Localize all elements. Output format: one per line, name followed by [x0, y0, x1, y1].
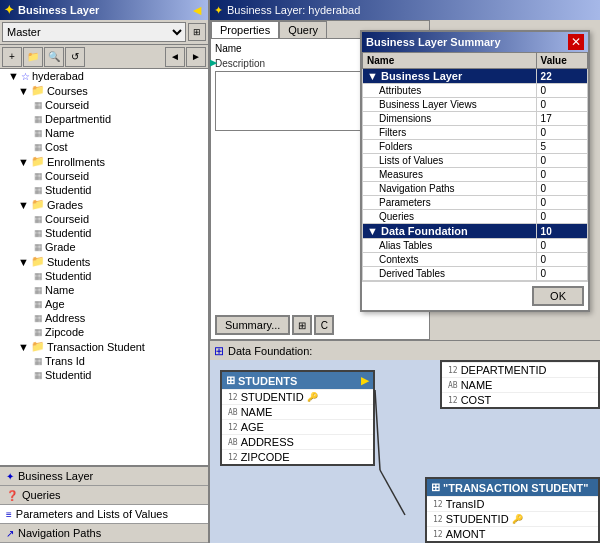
tree-item-courseid2[interactable]: ▦ Courseid	[0, 169, 208, 183]
row-attributes[interactable]: Attributes 0	[363, 84, 588, 98]
tree-item-grades[interactable]: ▼ 📁 Grades	[0, 197, 208, 212]
refresh-btn[interactable]: ↺	[65, 47, 85, 67]
nav-back-btn[interactable]: ◄	[165, 47, 185, 67]
ok-button[interactable]: OK	[532, 286, 584, 306]
dialog-close-button[interactable]: ✕	[568, 34, 584, 50]
tree-container: ▼ ☆ hyderabad ▼ 📁 Courses ▦ Courseid	[0, 69, 208, 465]
trans-student-header: ⊞ "TRANSACTION STUDENT"	[427, 479, 598, 496]
df-row-ab-name: AB NAME	[222, 404, 373, 419]
students-table-name: STUDENTS	[238, 375, 297, 387]
lov-value: 0	[536, 154, 587, 168]
name2-icon: ▦	[34, 285, 43, 295]
studentid-field: STUDENTID	[241, 391, 304, 403]
tree-item-transid[interactable]: ▦ Trans Id	[0, 354, 208, 368]
alias-tables-name: Alias Tables	[363, 239, 537, 253]
courses-folder-icon: 📁	[31, 84, 45, 97]
df-row-zipcode: 12 ZIPCODE	[222, 449, 373, 464]
df-row-trans-studentid: 12 STUDENTID 🔑	[427, 511, 598, 526]
tree-item-zipcode[interactable]: ▦ Zipcode	[0, 325, 208, 339]
tab-query[interactable]: Query	[279, 21, 327, 38]
transid-label: Trans Id	[45, 355, 85, 367]
transstudent-label: Transaction Student	[47, 341, 145, 353]
tab-properties[interactable]: Properties	[211, 21, 279, 38]
transid-field: TransID	[446, 498, 485, 510]
bl-section-label: Business Layer	[381, 70, 462, 82]
df-row-transid: 12 TransID	[427, 496, 598, 511]
tree-item-courses[interactable]: ▼ 📁 Courses	[0, 83, 208, 98]
studentid3-icon: ▦	[34, 271, 43, 281]
row-alias-tables[interactable]: Alias Tables 0	[363, 239, 588, 253]
measures-name: Measures	[363, 168, 537, 182]
row-derived-tables[interactable]: Derived Tables 0	[363, 267, 588, 281]
tree-item-cost[interactable]: ▦ Cost	[0, 140, 208, 154]
row-parameters[interactable]: Parameters 0	[363, 196, 588, 210]
content-area: Properties Query Name Description Summar…	[210, 20, 600, 543]
tree-item-transstudent[interactable]: ▼ 📁 Transaction Student	[0, 339, 208, 354]
courseid-icon: ▦	[34, 100, 43, 110]
tree-item-name[interactable]: ▦ Name	[0, 126, 208, 140]
tree-item-hyderabad[interactable]: ▼ ☆ hyderabad	[0, 69, 208, 83]
cost-field: COST	[461, 394, 492, 406]
folder-btn[interactable]: 📁	[23, 47, 43, 67]
add-btn[interactable]: +	[2, 47, 22, 67]
tree-item-courseid[interactable]: ▦ Courseid	[0, 98, 208, 112]
row-contexts[interactable]: Contexts 0	[363, 253, 588, 267]
tab-business-layer[interactable]: ✦ Business Layer	[0, 467, 208, 486]
tree-item-studentid2[interactable]: ▦ Studentid	[0, 226, 208, 240]
row-folders[interactable]: Folders 5	[363, 140, 588, 154]
row-queries[interactable]: Queries 0	[363, 210, 588, 224]
tab-parameters[interactable]: ≡ Parameters and Lists of Values	[0, 505, 208, 524]
tree-item-studentid4[interactable]: ▦ Studentid	[0, 368, 208, 382]
row-filters[interactable]: Filters 0	[363, 126, 588, 140]
tree-item-studentid[interactable]: ▦ Studentid	[0, 183, 208, 197]
summary-table: Name Value ▼ Business Layer 22 Attribute…	[362, 52, 588, 281]
nav-paths-value: 0	[536, 182, 587, 196]
row-nav-paths[interactable]: Navigation Paths 0	[363, 182, 588, 196]
dropdown-extra-btn[interactable]: ⊞	[188, 23, 206, 41]
properties-tab-label: Properties	[220, 24, 270, 36]
tab-navigation[interactable]: ↗ Navigation Paths	[0, 524, 208, 543]
students-table: ⊞ STUDENTS ▶ 12 STUDENTID 🔑 AB NAME 1	[220, 370, 375, 466]
row-measures[interactable]: Measures 0	[363, 168, 588, 182]
tree-item-age[interactable]: ▦ Age	[0, 297, 208, 311]
dialog-footer: OK	[362, 281, 588, 310]
studentid2-icon: ▦	[34, 228, 43, 238]
df-row-address: AB ADDRESS	[222, 434, 373, 449]
courseid2-label: Courseid	[45, 170, 89, 182]
row-lov[interactable]: Lists of Values 0	[363, 154, 588, 168]
name2-label: Name	[45, 284, 74, 296]
df-section-row[interactable]: ▼ Data Foundation 10	[363, 224, 588, 239]
master-dropdown[interactable]: Master	[2, 22, 186, 42]
row-dimensions[interactable]: Dimensions 17	[363, 112, 588, 126]
search-btn[interactable]: 🔍	[44, 47, 64, 67]
grid-button[interactable]: ⊞	[292, 315, 312, 335]
tree-item-grade[interactable]: ▦ Grade	[0, 240, 208, 254]
extra-button[interactable]: C	[314, 315, 334, 335]
trans-key-icon: 🔑	[512, 514, 523, 524]
row-bl-views[interactable]: Business Layer Views 0	[363, 98, 588, 112]
business-layer-tab-label: Business Layer	[18, 470, 93, 482]
toolbar-row: + 📁 🔍 ↺ ◄ ►	[0, 45, 208, 69]
studentid3-label: Studentid	[45, 270, 91, 282]
tab-queries[interactable]: ❓ Queries	[0, 486, 208, 505]
tree-item-students[interactable]: ▼ 📁 Students	[0, 254, 208, 269]
nav-fwd-btn[interactable]: ►	[186, 47, 206, 67]
name-icon: ▦	[34, 128, 43, 138]
students-table-icon: ⊞	[226, 374, 235, 387]
cost-label: Cost	[45, 141, 68, 153]
business-layer-icon: ✦	[4, 3, 14, 17]
summary-button[interactable]: Summary...	[215, 315, 290, 335]
tree-item-address[interactable]: ▦ Address	[0, 311, 208, 325]
transstudent-folder-icon: 📁	[31, 340, 45, 353]
bl-section-row[interactable]: ▼ Business Layer 22	[363, 69, 588, 84]
lov-name: Lists of Values	[363, 154, 537, 168]
tree-item-studentid3[interactable]: ▦ Studentid	[0, 269, 208, 283]
studentid-label: Studentid	[45, 184, 91, 196]
address-icon: ▦	[34, 313, 43, 323]
tree-item-name2[interactable]: ▦ Name	[0, 283, 208, 297]
tree-item-courseid3[interactable]: ▦ Courseid	[0, 212, 208, 226]
tree-item-departmentid[interactable]: ▦ Departmentid	[0, 112, 208, 126]
alias-tables-value: 0	[536, 239, 587, 253]
folders-value: 5	[536, 140, 587, 154]
tree-item-enrollments[interactable]: ▼ 📁 Enrollments	[0, 154, 208, 169]
